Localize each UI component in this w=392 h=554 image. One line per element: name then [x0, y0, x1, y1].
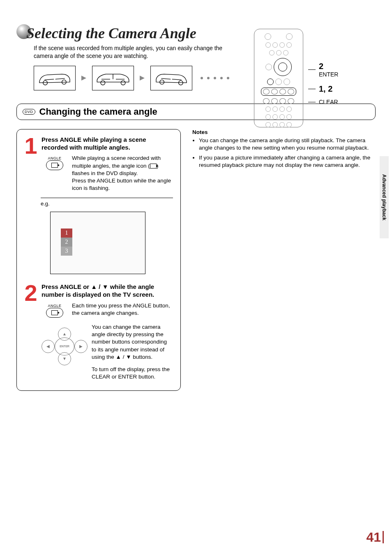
- callout-enter-label: ENTER: [319, 71, 338, 78]
- camera-icon-inline: [150, 164, 157, 169]
- arrow-right-icon: [81, 76, 86, 81]
- direction-pad-icon: ▲ ◀ ENTER ▶ ▼: [42, 328, 87, 365]
- steps-panel: 1 Press ANGLE while playing a scene reco…: [16, 129, 181, 391]
- continuation-dots-icon: [201, 77, 229, 79]
- notes-heading: Notes: [192, 129, 376, 135]
- page-number-value: 41: [366, 530, 381, 545]
- chapter-tab: Advanced playback: [380, 156, 389, 238]
- section-title-text: Changing the camera angle: [39, 106, 157, 117]
- angle-button-icon: ANGLE: [42, 304, 67, 318]
- right-arrow-icon: ▶: [74, 340, 88, 353]
- remote-callouts: 2 ENTER 1, 2 CLEAR: [308, 52, 338, 105]
- intro-text: If the scene was recorded from multiple …: [34, 44, 239, 60]
- note-2: If you pause a picture immediately after…: [199, 154, 376, 169]
- step-1-body-a: While playing a scene recorded with mult…: [72, 155, 161, 169]
- dvd-badge-icon: DVD: [23, 109, 35, 115]
- camera-icon: [51, 310, 58, 315]
- svg-point-2: [101, 81, 105, 85]
- left-arrow-icon: ◀: [42, 340, 55, 353]
- step-1-number: 1: [23, 136, 39, 156]
- angle-option-3: 3: [61, 247, 72, 256]
- highlighted-row-icon: [261, 88, 296, 96]
- page-title: Selecting the Camera Angle: [26, 25, 196, 42]
- tv-preview: 1 2 3: [50, 212, 145, 274]
- page-number: 41: [366, 530, 384, 545]
- step-1-body: While playing a scene recorded with mult…: [72, 155, 173, 192]
- remote-diagram: 2 ENTER 1, 2 CLEAR: [254, 29, 369, 127]
- step-1-body-c: Press the ANGLE button while the angle i…: [72, 178, 171, 191]
- chapter-tab-label: Advanced playback: [381, 174, 387, 220]
- remote-body: [254, 29, 303, 127]
- callout-clear-label: CLEAR: [319, 99, 338, 105]
- callout-step-2: 2: [319, 62, 338, 71]
- down-arrow-icon: ▼: [58, 352, 71, 365]
- content-columns: 1 Press ANGLE while playing a scene reco…: [16, 129, 376, 391]
- callout-step-1-2: 1, 2: [319, 84, 332, 94]
- step-2-number: 2: [23, 283, 39, 303]
- step-2-body-2: You can change the camera angle directly…: [92, 323, 173, 361]
- car-angle-3-icon: [150, 66, 192, 90]
- angle-option-1: 1: [61, 229, 72, 238]
- angle-option-2: 2: [61, 238, 72, 247]
- car-angle-1-icon: [34, 66, 76, 90]
- step-1: 1 Press ANGLE while playing a scene reco…: [23, 136, 173, 192]
- step-2-body-3: To turn off the display, press the CLEAR…: [92, 366, 173, 381]
- svg-point-3: [121, 81, 125, 85]
- nav-ring-icon: [274, 58, 292, 76]
- notes-column: Notes You can change the camera angle du…: [192, 129, 376, 172]
- arrow-right-icon: [140, 76, 145, 81]
- angle-button-on-remote-icon: [267, 78, 274, 85]
- step-2-heading: Press ANGLE or ▲ / ▼ while the angle num…: [42, 283, 173, 299]
- angle-button-label: ANGLE: [48, 156, 61, 160]
- step-1-heading: Press ANGLE while playing a scene record…: [42, 136, 173, 152]
- step-2-body-1: Each time you press the ANGLE button, th…: [72, 302, 173, 318]
- angle-number-stack: 1 2 3: [61, 229, 72, 256]
- camera-icon: [51, 163, 58, 168]
- angle-button-icon: ANGLE: [42, 156, 67, 192]
- step-2: 2 Press ANGLE or ▲ / ▼ while the angle n…: [23, 283, 173, 381]
- car-angle-2-icon: [92, 66, 134, 90]
- example-label: e.g.: [41, 201, 173, 207]
- angle-button-label: ANGLE: [48, 304, 61, 308]
- note-1: You can change the camera angle during s…: [199, 137, 376, 152]
